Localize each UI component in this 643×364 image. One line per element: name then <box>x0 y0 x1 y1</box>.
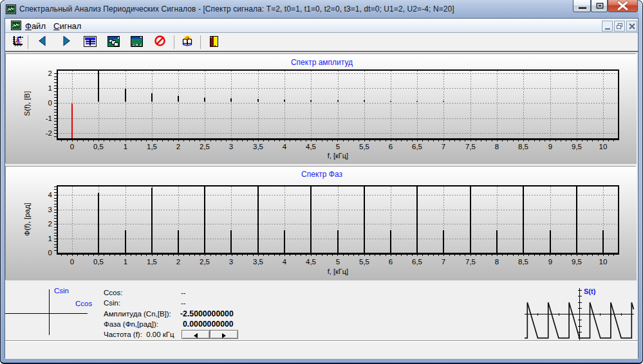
svg-text:-1: -1 <box>46 114 52 122</box>
svg-text:8,5: 8,5 <box>518 143 528 150</box>
svg-text:5,5: 5,5 <box>359 143 369 150</box>
svg-text:2,5: 2,5 <box>200 258 210 266</box>
svg-text:8: 8 <box>495 143 499 150</box>
svg-text:1: 1 <box>124 143 127 150</box>
svg-text:3,5: 3,5 <box>253 258 263 266</box>
svg-text:7: 7 <box>442 143 445 150</box>
svg-text:2,5: 2,5 <box>200 143 210 150</box>
svg-text:3: 3 <box>229 258 233 266</box>
svg-text:Спектр Фаз: Спектр Фаз <box>301 170 342 179</box>
svg-text:3: 3 <box>229 143 233 150</box>
svg-text:Ф(f), [рад]: Ф(f), [рад] <box>23 203 31 236</box>
svg-text:4: 4 <box>283 258 287 266</box>
svg-text:6: 6 <box>389 258 393 266</box>
svg-text:0,5: 0,5 <box>93 143 104 150</box>
svg-text:4,5: 4,5 <box>306 143 316 150</box>
svg-text:?: ? <box>185 35 189 44</box>
svg-text:1,5: 1,5 <box>147 258 157 266</box>
svg-text:7,5: 7,5 <box>465 258 476 266</box>
svg-text:2: 2 <box>48 220 52 228</box>
svg-text:6: 6 <box>389 143 393 150</box>
svg-text:10: 10 <box>599 143 608 150</box>
svg-text:3: 3 <box>48 206 52 214</box>
svg-text:0: 0 <box>70 143 74 150</box>
svg-text:1: 1 <box>124 258 127 266</box>
svg-text:3,5: 3,5 <box>253 143 263 150</box>
svg-text:7,5: 7,5 <box>465 143 476 150</box>
svg-text:2: 2 <box>176 143 180 150</box>
svg-text:4,5: 4,5 <box>306 258 316 266</box>
svg-text:f, [кГц]: f, [кГц] <box>328 152 348 159</box>
svg-text:1,5: 1,5 <box>147 143 157 150</box>
svg-text:6,5: 6,5 <box>412 258 422 266</box>
svg-text:S(f), [В]: S(f), [В] <box>23 91 31 116</box>
svg-text:4: 4 <box>48 191 53 199</box>
svg-text:0,5: 0,5 <box>93 258 104 266</box>
svg-text:0: 0 <box>48 99 52 107</box>
svg-text:S(t): S(t) <box>584 287 596 295</box>
svg-text:0: 0 <box>48 249 52 257</box>
svg-text:Спектр амплитуд: Спектр амплитуд <box>291 58 353 67</box>
svg-text:f, [кГц]: f, [кГц] <box>328 268 348 275</box>
svg-text:7: 7 <box>442 258 445 266</box>
svg-text:2: 2 <box>48 69 52 77</box>
svg-text:8,5: 8,5 <box>518 258 528 266</box>
svg-text:10: 10 <box>599 258 608 266</box>
svg-text:5: 5 <box>336 258 340 266</box>
svg-text:4: 4 <box>283 143 287 150</box>
svg-text:6,5: 6,5 <box>412 143 422 150</box>
svg-text:2: 2 <box>176 258 180 266</box>
svg-text:9,5: 9,5 <box>572 258 582 266</box>
svg-text:-2: -2 <box>46 129 52 137</box>
svg-text:0: 0 <box>70 258 74 266</box>
svg-text:9: 9 <box>548 258 552 266</box>
svg-text:1: 1 <box>48 235 52 242</box>
svg-text:9,5: 9,5 <box>572 143 582 150</box>
svg-text:5,5: 5,5 <box>359 258 369 266</box>
svg-text:9: 9 <box>548 143 552 150</box>
svg-text:1: 1 <box>48 84 52 92</box>
svg-text:5: 5 <box>336 143 340 150</box>
svg-text:8: 8 <box>495 258 499 266</box>
